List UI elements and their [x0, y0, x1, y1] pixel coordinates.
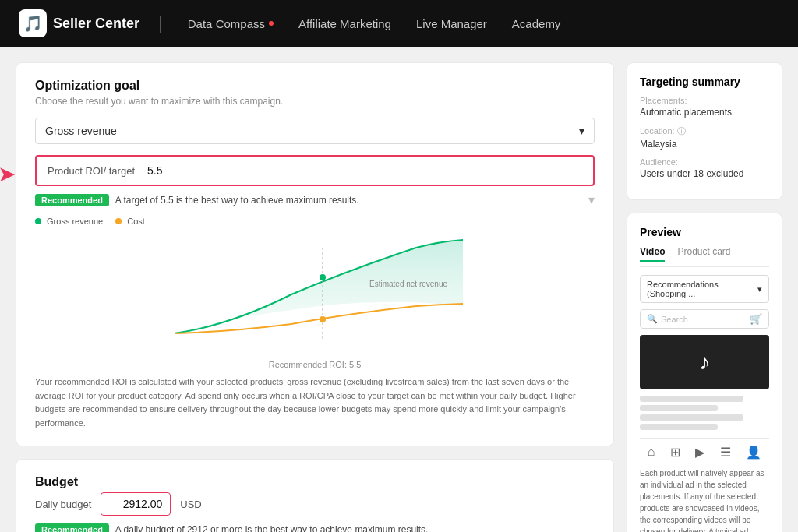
- recommended-roi-label: Recommended ROI: 5.5: [35, 360, 595, 369]
- optimization-title: Optimization goal: [35, 79, 595, 93]
- chevron-up-icon: ▾: [588, 192, 595, 207]
- nav-divider: |: [158, 13, 163, 33]
- pink-arrow-icon: ➤: [0, 161, 16, 187]
- nav-dot-data-compass: [269, 21, 274, 26]
- budget-recommended-row: Recommended A daily budget of 2912 or mo…: [35, 523, 595, 532]
- preview-thumbnail: ♪: [640, 335, 769, 389]
- legend-gross-revenue: Gross revenue: [35, 217, 103, 226]
- nav-link-academy[interactable]: Academy: [512, 17, 561, 30]
- nav-message-icon: ☰: [720, 445, 731, 460]
- budget-daily-label: Daily budget: [35, 499, 91, 510]
- cart-icon: 🛒: [750, 313, 762, 325]
- nav-link-live-manager-label: Live Manager: [416, 17, 487, 30]
- nav-link-data-compass[interactable]: Data Compass: [188, 17, 274, 30]
- dropdown-value: Gross revenue: [45, 125, 117, 137]
- targeting-card: Targeting summary Placements: Automatic …: [627, 62, 782, 200]
- svg-text:Estimated net revenue: Estimated net revenue: [369, 280, 447, 288]
- preview-caption: Each product will natively appear as an …: [640, 467, 769, 532]
- roi-value: 5.5: [147, 164, 582, 177]
- preview-search-bar[interactable]: 🔍 Search 🛒: [640, 309, 769, 329]
- nav-link-data-compass-label: Data Compass: [188, 17, 265, 30]
- tab-product-card[interactable]: Product card: [677, 246, 730, 262]
- budget-recommended-text: A daily budget of 2912 or more is the be…: [115, 524, 429, 532]
- preview-line-2: [640, 405, 718, 411]
- preview-placeholder-lines: [640, 396, 769, 430]
- preview-line-3: [640, 414, 743, 421]
- roi-recommended-text: A target of 5.5 is the best way to achie…: [115, 195, 359, 206]
- navbar: 🎵 Seller Center | Data Compass Affiliate…: [0, 0, 798, 47]
- audience-value: Users under 18 excluded: [640, 168, 769, 179]
- chart-legend: Gross revenue Cost: [35, 217, 595, 226]
- budget-title: Budget: [35, 475, 595, 489]
- preview-line-1: [640, 396, 743, 402]
- audience-label: Audience:: [640, 157, 769, 167]
- legend-dot-green: [35, 218, 41, 224]
- nav-video-icon: ▶: [695, 445, 704, 460]
- preview-chevron-icon: ▾: [757, 284, 762, 294]
- nav-links: Data Compass Affiliate Marketing Live Ma…: [188, 17, 561, 30]
- nav-link-affiliate-marketing-label: Affiliate Marketing: [298, 17, 391, 30]
- roi-label: Product ROI/ target: [48, 165, 135, 177]
- legend-dot-orange: [115, 218, 122, 224]
- preview-nav: ⌂ ⊞ ▶ ☰ 👤: [640, 438, 769, 460]
- placements-label: Placements:: [640, 96, 769, 105]
- targeting-title: Targeting summary: [640, 76, 769, 88]
- optimization-card: Optimization goal Choose the result you …: [16, 62, 614, 446]
- budget-card: Budget Daily budget USD Recommended A da…: [16, 459, 614, 532]
- budget-currency: USD: [180, 499, 201, 510]
- nav-user-icon: 👤: [746, 445, 761, 460]
- nav-link-live-manager[interactable]: Live Manager: [416, 17, 487, 30]
- preview-tabs: Video Product card: [640, 246, 769, 267]
- seller-center-label: Seller Center: [53, 16, 139, 32]
- nav-link-affiliate-marketing[interactable]: Affiliate Marketing: [298, 17, 391, 30]
- nav-link-academy-label: Academy: [512, 17, 561, 30]
- sidebar: Targeting summary Placements: Automatic …: [627, 62, 782, 532]
- location-value: Malaysia: [640, 139, 769, 150]
- search-placeholder: Search: [661, 315, 750, 324]
- nav-home-icon: ⌂: [648, 445, 655, 460]
- placements-value: Automatic placements: [640, 107, 769, 118]
- roi-chart-svg: Estimated net revenue: [35, 232, 595, 349]
- optimization-subtitle: Choose the result you want to maximize w…: [35, 96, 595, 107]
- budget-input[interactable]: [101, 492, 171, 516]
- tab-video[interactable]: Video: [640, 246, 665, 262]
- chevron-down-icon: ▾: [579, 125, 584, 137]
- main-content: Optimization goal Choose the result you …: [16, 62, 614, 532]
- preview-dropdown[interactable]: Recommendations (Shopping ... ▾: [640, 275, 769, 303]
- svg-point-2: [320, 316, 326, 322]
- tiktok-preview-logo: ♪: [699, 350, 710, 375]
- gross-revenue-dropdown[interactable]: Gross revenue ▾: [35, 118, 595, 144]
- preview-title: Preview: [640, 226, 769, 238]
- location-label: Location: ⓘ: [640, 125, 769, 137]
- nav-grid-icon: ⊞: [670, 445, 680, 460]
- legend-cost: Cost: [115, 217, 145, 226]
- budget-row: Daily budget USD: [35, 492, 595, 516]
- svg-point-1: [320, 274, 326, 280]
- logo-area: 🎵 Seller Center: [19, 9, 139, 37]
- tiktok-logo-icon: 🎵: [19, 9, 47, 37]
- preview-line-4: [640, 424, 718, 430]
- optimization-desc: Your recommended ROI is calculated with …: [35, 375, 595, 430]
- search-icon: 🔍: [647, 314, 658, 324]
- preview-dropdown-value: Recommendations (Shopping ...: [647, 280, 757, 298]
- roi-input-wrapper[interactable]: Product ROI/ target 5.5: [35, 155, 595, 186]
- budget-recommended-badge: Recommended: [35, 523, 109, 532]
- roi-recommended-row: Recommended A target of 5.5 is the best …: [35, 192, 595, 207]
- chart-area: Estimated net revenue: [35, 232, 595, 357]
- preview-card: Preview Video Product card Recommendatio…: [627, 213, 782, 532]
- roi-recommended-badge: Recommended: [35, 194, 109, 206]
- roi-row: ➤ Product ROI/ target 5.5: [35, 155, 595, 192]
- page-wrap: Optimization goal Choose the result you …: [0, 47, 798, 532]
